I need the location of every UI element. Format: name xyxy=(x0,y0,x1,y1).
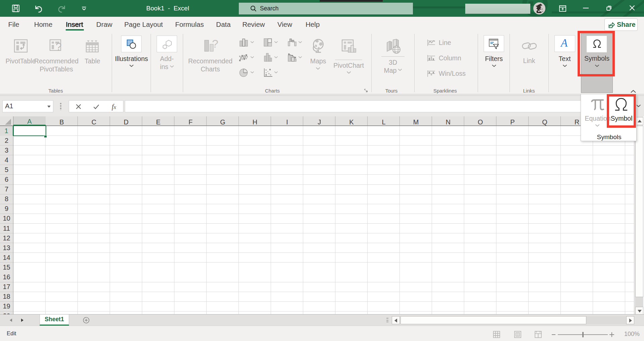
svg-text:?: ? xyxy=(212,37,218,50)
svg-text:?: ? xyxy=(56,41,62,53)
